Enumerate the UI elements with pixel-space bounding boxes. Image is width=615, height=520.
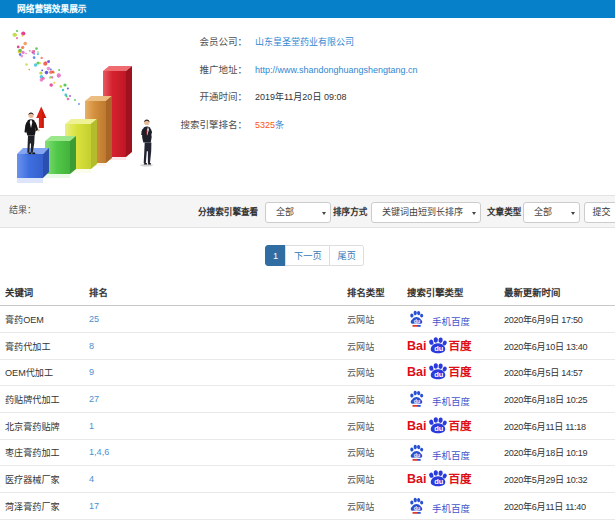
svg-text:Bai: Bai	[407, 472, 426, 486]
svg-text:Bai: Bai	[407, 339, 426, 353]
svg-text:百度: 百度	[449, 366, 472, 379]
svg-text:Bai: Bai	[407, 365, 426, 379]
svg-text:du: du	[414, 398, 420, 404]
svg-text:百度: 百度	[449, 472, 472, 485]
svg-text:du: du	[434, 344, 444, 353]
svg-text:du: du	[434, 477, 444, 486]
svg-text:du: du	[414, 505, 420, 511]
svg-text:百度: 百度	[449, 419, 472, 432]
svg-text:du: du	[434, 424, 444, 433]
svg-text:du: du	[414, 452, 420, 458]
svg-text:百度: 百度	[449, 339, 472, 352]
svg-text:du: du	[414, 318, 420, 324]
svg-text:Bai: Bai	[407, 419, 426, 433]
svg-text:du: du	[434, 371, 444, 380]
